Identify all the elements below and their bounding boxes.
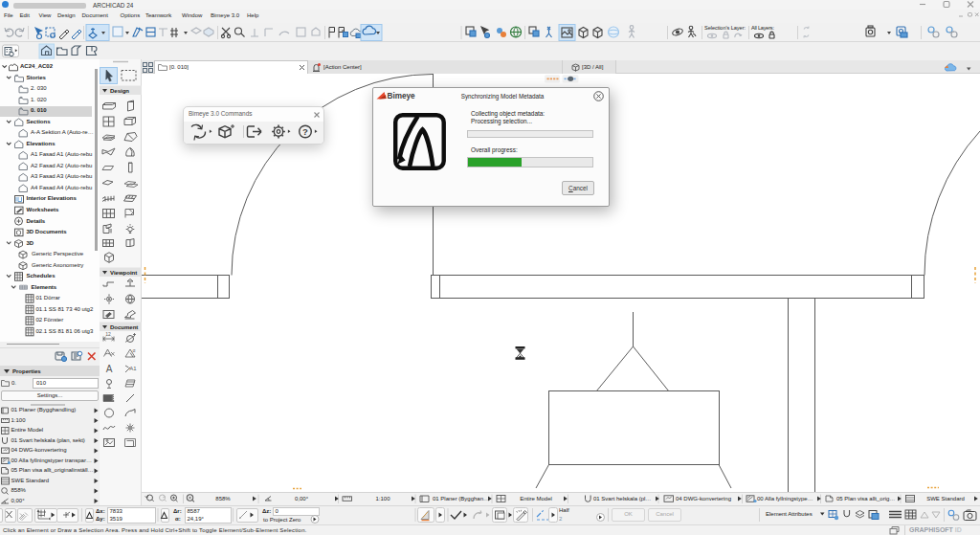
svg-text:All Layers:: All Layers: — [751, 25, 774, 31]
svg-text:α: α — [133, 347, 136, 353]
svg-text:Viewpoint: Viewpoint — [110, 270, 137, 276]
svg-text:A: A — [106, 364, 113, 374]
svg-text:Design: Design — [110, 88, 129, 94]
svg-text:?: ? — [302, 126, 308, 137]
svg-text:Selection's Layer:: Selection's Layer: — [704, 25, 746, 31]
svg-text:12: 12 — [105, 331, 111, 337]
svg-text:Document: Document — [110, 324, 138, 330]
svg-text:Bimeye: Bimeye — [388, 92, 416, 100]
svg-text:A1: A1 — [129, 366, 137, 371]
